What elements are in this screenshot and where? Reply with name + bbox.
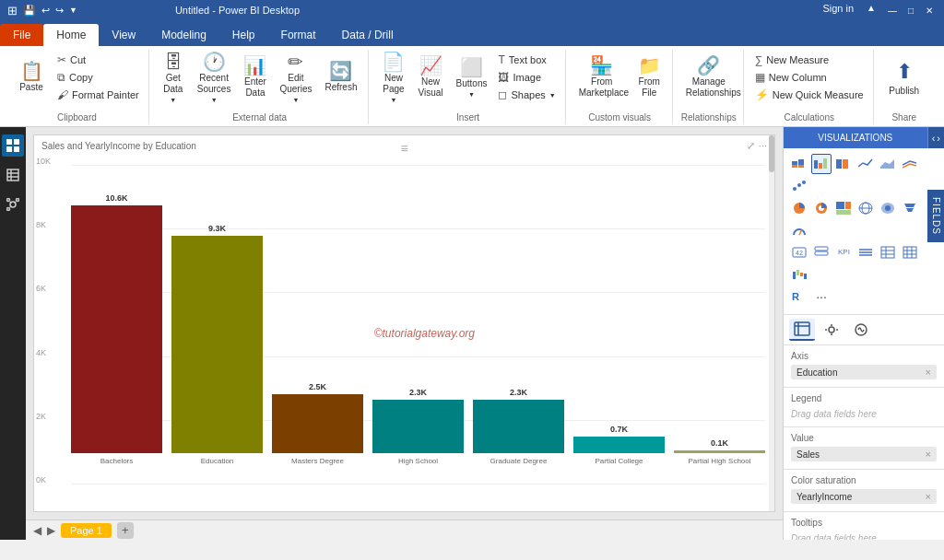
sign-in-btn[interactable]: Sign in xyxy=(822,3,854,18)
minimize-btn[interactable]: — xyxy=(885,3,900,18)
bar-item-education[interactable]: 9.3K Education xyxy=(171,183,263,465)
redo-btn[interactable]: ↪ xyxy=(55,5,64,17)
vis-icon-treemap[interactable] xyxy=(833,198,854,218)
tab-view[interactable]: View xyxy=(99,24,148,46)
text-box-button[interactable]: T Text box xyxy=(494,52,559,68)
new-measure-button[interactable]: ∑ New Measure xyxy=(751,52,867,68)
bar-item-masters[interactable]: 2.5K Masters Degree xyxy=(272,183,363,465)
color-remove-btn[interactable]: × xyxy=(926,491,931,502)
chevron-up-icon[interactable]: ▲ xyxy=(867,3,876,18)
chart-more-btn[interactable]: ··· xyxy=(759,140,767,152)
calculations-items: ∑ New Measure ▦ New Column ⚡ New Quick M… xyxy=(751,52,867,108)
panel-expand-left[interactable]: ‹ xyxy=(932,133,936,144)
new-quick-measure-button[interactable]: ⚡ New Quick Measure xyxy=(751,87,867,103)
publish-button[interactable]: ⬆ Publish xyxy=(881,52,927,103)
page-nav-right[interactable]: ▶ xyxy=(47,524,55,537)
visualizations-tab[interactable]: VISUALIZATIONS xyxy=(784,127,928,148)
vis-icon-matrix[interactable] xyxy=(900,242,920,262)
manage-relationships-button[interactable]: 🔗 ManageRelationships xyxy=(680,52,738,103)
vis-icon-pie[interactable] xyxy=(789,198,809,218)
buttons-button[interactable]: ⬜ Buttons ▼ xyxy=(451,52,493,103)
cut-button[interactable]: ✂ Cut xyxy=(53,52,143,68)
image-button[interactable]: 🖼 Image xyxy=(494,69,559,86)
page-1-tab[interactable]: Page 1 xyxy=(61,523,112,538)
axis-remove-btn[interactable]: × xyxy=(926,367,931,378)
get-data-button[interactable]: 🗄 GetData ▼ xyxy=(157,52,190,103)
format-tool-btn[interactable] xyxy=(819,319,844,341)
analytics-tool-btn[interactable] xyxy=(848,319,874,341)
report-view-btn[interactable] xyxy=(2,134,24,157)
refresh-button[interactable]: 🔄 Refresh xyxy=(319,52,362,103)
edit-queries-button[interactable]: ✏ EditQueries ▼ xyxy=(274,52,317,103)
enter-data-button[interactable]: 📊 EnterData xyxy=(238,52,272,103)
format-painter-button[interactable]: 🖌 Format Painter xyxy=(53,87,143,103)
tab-home[interactable]: Home xyxy=(43,24,99,46)
panel-expand-right[interactable]: › xyxy=(937,133,940,144)
vis-icon-donut[interactable] xyxy=(811,198,832,218)
tab-help[interactable]: Help xyxy=(219,24,268,46)
dropdown-arrow[interactable]: ▼ xyxy=(69,6,77,15)
add-page-button[interactable]: + xyxy=(117,522,134,539)
close-btn[interactable]: ✕ xyxy=(922,3,937,18)
bar-item-partial-highschool[interactable]: 0.1K Partial High School xyxy=(674,183,765,465)
svg-rect-20 xyxy=(819,163,822,169)
vis-icon-map[interactable] xyxy=(856,198,876,218)
new-visual-button[interactable]: 📈 NewVisual xyxy=(412,52,448,103)
copy-button[interactable]: ⧉ Copy xyxy=(53,69,143,86)
new-page-button[interactable]: 📄 NewPage ▼ xyxy=(376,52,410,103)
page-nav-left[interactable]: ◀ xyxy=(33,524,41,537)
vis-icon-line[interactable] xyxy=(856,154,876,174)
model-view-btn[interactable] xyxy=(2,193,24,216)
shapes-button[interactable]: ◻ Shapes ▼ xyxy=(494,87,559,103)
vis-icon-slicer[interactable] xyxy=(856,242,876,262)
tab-modeling[interactable]: Modeling xyxy=(148,24,219,46)
svg-rect-31 xyxy=(836,202,844,209)
value-remove-btn[interactable]: × xyxy=(926,449,931,460)
new-column-button[interactable]: ▦ New Column xyxy=(751,69,867,86)
bar-item-graduate[interactable]: 2.3K Graduate Degree xyxy=(473,183,564,465)
chart-menu-btn[interactable]: ≡ xyxy=(400,141,407,156)
vis-icon-scatter[interactable] xyxy=(789,176,809,196)
tab-format[interactable]: Format xyxy=(268,24,329,46)
vis-icon-line-stacked[interactable] xyxy=(900,154,920,174)
paste-button[interactable]: 📋 Paste xyxy=(11,52,52,103)
vis-icon-clustered-bar[interactable] xyxy=(811,154,832,174)
svg-text:R: R xyxy=(792,291,799,302)
chart-scrollbar-thumb[interactable] xyxy=(769,135,774,172)
color-yearlyincome-pill[interactable]: YearlyIncome × xyxy=(791,489,937,504)
vis-icon-r[interactable]: R xyxy=(789,286,809,307)
vis-icon-stacked-bar[interactable] xyxy=(789,154,809,174)
vis-icon-card[interactable]: 42 xyxy=(789,242,809,262)
axis-education-pill[interactable]: Education × xyxy=(791,365,937,379)
vis-icon-multirow-card[interactable] xyxy=(811,242,832,262)
undo-btn[interactable]: ↩ xyxy=(41,5,50,17)
vis-icon-funnel[interactable] xyxy=(900,198,920,218)
from-marketplace-button[interactable]: 🏪 FromMarketplace xyxy=(573,52,631,103)
fields-tool-btn[interactable] xyxy=(789,319,815,341)
vis-icon-more[interactable]: ··· xyxy=(811,286,832,307)
bar-item-partial-college[interactable]: 0.7K Partial College xyxy=(573,183,665,465)
value-sales-pill[interactable]: Sales × xyxy=(791,447,937,461)
chart-expand-btn[interactable]: ⤢ xyxy=(747,140,755,152)
data-view-btn[interactable] xyxy=(2,164,24,186)
vis-icon-waterfall[interactable] xyxy=(789,264,809,285)
maximize-btn[interactable]: □ xyxy=(903,3,918,18)
svg-rect-59 xyxy=(793,272,796,279)
fields-vertical-tab[interactable]: FIELDS xyxy=(927,190,944,242)
vis-icon-kpi[interactable]: KPI xyxy=(833,242,854,262)
tab-file[interactable]: File xyxy=(0,24,43,46)
vis-icon-filled-map[interactable] xyxy=(878,198,898,218)
tab-data-drill[interactable]: Data / Drill xyxy=(329,24,407,46)
insert-label: Insert xyxy=(376,110,559,122)
vis-icon-100pct-bar[interactable] xyxy=(833,154,854,174)
bar-item-bachelors[interactable]: 10.6K Bachelors xyxy=(71,183,162,465)
new-column-icon: ▦ xyxy=(755,71,765,84)
quick-access-save[interactable]: 💾 xyxy=(23,5,36,17)
bar-item-highschool[interactable]: 2.3K High School xyxy=(372,183,464,465)
vis-icon-table[interactable] xyxy=(878,242,898,262)
recent-sources-button[interactable]: 🕐 RecentSources ▼ xyxy=(192,52,237,103)
vis-icon-gauge[interactable] xyxy=(789,220,809,240)
color-saturation-section: Color saturation YearlyIncome × xyxy=(784,470,944,512)
from-file-button[interactable]: 📁 FromFile xyxy=(632,52,667,103)
vis-icon-area[interactable] xyxy=(878,154,898,174)
